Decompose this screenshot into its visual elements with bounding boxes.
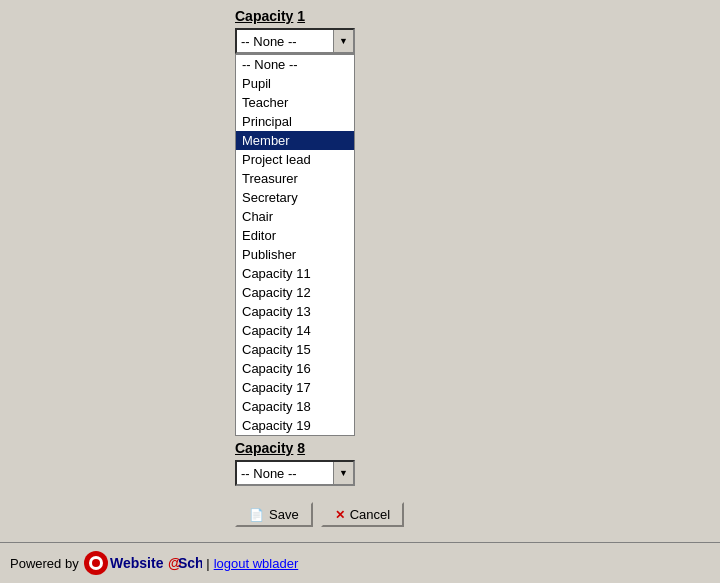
capacity8-section: Capacity 8 -- None -- ▼ <box>235 440 720 486</box>
option-cap13[interactable]: Capacity 13 <box>236 302 354 321</box>
save-icon: 📄 <box>249 508 264 522</box>
option-cap12[interactable]: Capacity 12 <box>236 283 354 302</box>
capacity1-dropdown-arrow[interactable]: ▼ <box>333 30 353 52</box>
option-project-lead[interactable]: Project lead <box>236 150 354 169</box>
option-pupil[interactable]: Pupil <box>236 74 354 93</box>
capacity1-selected-text: -- None -- <box>237 32 333 51</box>
option-cap11[interactable]: Capacity 11 <box>236 264 354 283</box>
svg-text:School: School <box>178 555 202 571</box>
option-cap16[interactable]: Capacity 16 <box>236 359 354 378</box>
option-publisher[interactable]: Publisher <box>236 245 354 264</box>
cancel-icon: ✕ <box>335 508 345 522</box>
cancel-button[interactable]: ✕ Cancel <box>321 502 404 527</box>
capacity1-dropdown-list: -- None -- Pupil Teacher Principal Membe… <box>235 54 355 436</box>
option-treasurer[interactable]: Treasurer <box>236 169 354 188</box>
option-none[interactable]: -- None -- <box>236 55 354 74</box>
capacity8-selected-text: -- None -- <box>237 464 333 483</box>
svg-text:Website: Website <box>110 555 164 571</box>
button-row: 📄 Save ✕ Cancel <box>235 502 720 527</box>
option-member[interactable]: Member <box>236 131 354 150</box>
option-teacher[interactable]: Teacher <box>236 93 354 112</box>
option-secretary[interactable]: Secretary <box>236 188 354 207</box>
capacity1-select-trigger[interactable]: -- None -- ▼ <box>235 28 355 54</box>
option-cap15[interactable]: Capacity 15 <box>236 340 354 359</box>
logo-svg: Website @ School <box>82 549 202 577</box>
powered-by-text: Powered by <box>10 556 79 571</box>
logout-link[interactable]: logout wblader <box>214 556 299 571</box>
capacity8-label: Capacity 8 <box>235 440 720 456</box>
capacity8-dropdown-arrow[interactable]: ▼ <box>333 462 353 484</box>
website-school-logo: Website @ School <box>82 549 202 577</box>
capacity1-label: Capacity 1 <box>235 8 720 24</box>
option-cap17[interactable]: Capacity 17 <box>236 378 354 397</box>
option-chair[interactable]: Chair <box>236 207 354 226</box>
footer: Powered by Website @ School | logout wbl… <box>0 542 720 583</box>
option-cap14[interactable]: Capacity 14 <box>236 321 354 340</box>
option-editor[interactable]: Editor <box>236 226 354 245</box>
option-cap19[interactable]: Capacity 19 <box>236 416 354 435</box>
svg-point-2 <box>92 559 100 567</box>
option-cap18[interactable]: Capacity 18 <box>236 397 354 416</box>
capacity8-select-trigger[interactable]: -- None -- ▼ <box>235 460 355 486</box>
save-button[interactable]: 📄 Save <box>235 502 313 527</box>
option-principal[interactable]: Principal <box>236 112 354 131</box>
separator: | <box>206 556 209 571</box>
